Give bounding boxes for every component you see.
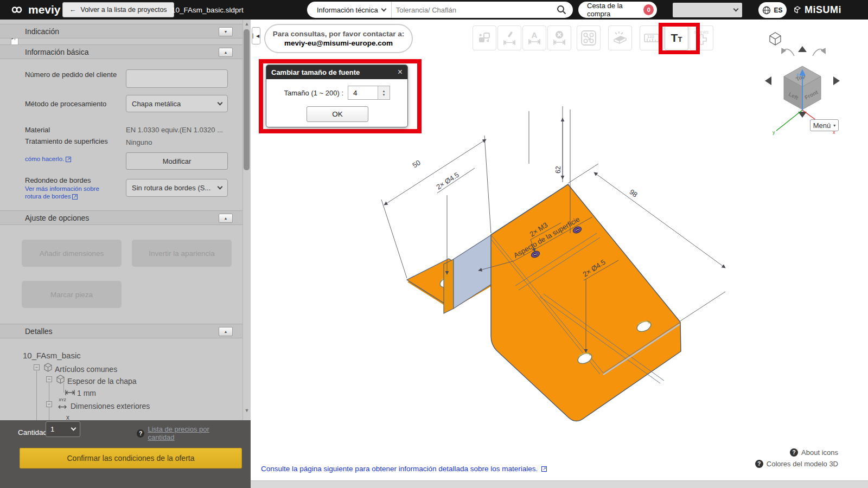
about-icons-link[interactable]: ? About icons <box>790 448 838 457</box>
back-arrow-icon: ← <box>69 6 76 14</box>
edge-info-link[interactable]: Ver más información sobre <box>25 185 99 192</box>
price-list-link[interactable]: ? Lista de precios por cantidad <box>137 425 234 441</box>
section-indicacion[interactable]: Indicación ▾ <box>0 24 242 38</box>
invert-appearance-button[interactable]: Invertir la apariencia <box>132 240 232 267</box>
model-colors-link[interactable]: ? Colores del modelo 3D <box>755 460 838 468</box>
chevron-down-icon <box>71 426 76 431</box>
size-input[interactable] <box>348 88 378 98</box>
search-input[interactable] <box>392 6 557 14</box>
tree-item-articulos[interactable]: Artículos comunes <box>55 365 117 374</box>
scroll-down-arrow[interactable]: ▼ <box>244 408 250 413</box>
section-opciones-label: Ajuste de opciones <box>25 214 89 222</box>
modal-header[interactable]: Cambiar tamaño de fuente × <box>266 65 407 79</box>
cart-button[interactable]: Cesta de la compra 0 <box>578 2 657 18</box>
external-link-icon: ↗ <box>72 194 78 200</box>
tree-item-1mm[interactable]: 1 mm <box>77 389 96 397</box>
modify-button[interactable]: Modificar <box>126 152 228 170</box>
misumi-mark-icon <box>793 5 802 15</box>
price-list-label: Lista de precios por cantidad <box>148 425 234 441</box>
tree-connector <box>63 383 64 393</box>
scroll-up-arrow[interactable]: ▲ <box>244 21 250 27</box>
spinner-arrows[interactable]: ▲ ▼ <box>378 86 390 99</box>
bracket-inner-face <box>454 235 492 309</box>
tree-root[interactable]: 10_FAsm_basic <box>23 351 81 360</box>
materials-info-link[interactable]: Consulte la página siguiente para obtene… <box>261 465 547 473</box>
section-info-label: Información básica <box>25 48 89 56</box>
size-label: Tamaño (1 ~ 200) : <box>266 89 343 97</box>
tree-collapse-box[interactable]: − <box>34 364 40 370</box>
edge-rounding-select[interactable]: Sin rotura de bordes (S... <box>126 179 228 197</box>
isometric-view-icon[interactable] <box>770 33 781 45</box>
mark-part-button[interactable]: Marcar pieza <box>22 281 122 308</box>
misumi-logo[interactable]: MiSUMi <box>793 0 841 20</box>
quantity-label: Cantidad <box>18 428 47 436</box>
method-value: Chapa metálica <box>132 100 181 108</box>
topbar-empty-select[interactable] <box>673 3 742 17</box>
view-up-arrow[interactable] <box>798 46 807 52</box>
question-icon: ? <box>755 460 763 468</box>
quantity-value: 1 <box>50 425 54 433</box>
edge-info-link2-text: rotura de bordes <box>25 193 71 200</box>
cart-label: Cesta de la compra <box>587 2 643 18</box>
rotate-right-arrow[interactable] <box>813 49 825 56</box>
order-number-label: Número de pedido del cliente <box>25 70 120 79</box>
font-size-modal: Cambiar tamaño de fuente × Tamaño (1 ~ 2… <box>266 65 408 127</box>
invert-appearance-label: Invertir la apariencia <box>149 249 215 258</box>
modal-size-row: Tamaño (1 ~ 200) : ▲ ▼ <box>266 86 407 100</box>
search-category-select[interactable]: Información técnica <box>317 2 392 18</box>
spin-up-icon[interactable]: ▲ <box>382 89 386 93</box>
sidebar-scrollbar-thumb[interactable] <box>244 29 250 170</box>
edge-info-link2[interactable]: rotura de bordes↗ <box>25 193 78 200</box>
modify-button-label: Modificar <box>163 157 192 165</box>
method-select[interactable]: Chapa metálica <box>126 95 228 112</box>
dimension-icon <box>65 389 75 396</box>
back-to-projects-button[interactable]: ← Volver a la lista de proyectos <box>62 2 174 17</box>
order-number-input[interactable] <box>126 69 228 88</box>
size-spinner: ▲ ▼ <box>348 86 390 100</box>
section-detalles[interactable]: Detalles ▴ <box>0 324 242 338</box>
section-informacion-basica[interactable]: Información básica ▴ <box>0 44 242 59</box>
bracket-left-leg[interactable] <box>444 235 492 313</box>
collapse-section-button[interactable]: ▴ <box>219 214 233 223</box>
tree-connector <box>36 371 37 423</box>
expand-section-button[interactable]: ▾ <box>219 27 233 36</box>
section-ajuste-opciones[interactable]: Ajuste de opciones ▴ <box>0 210 242 225</box>
language-button[interactable]: ES <box>758 2 787 18</box>
collapse-section-button[interactable]: ▴ <box>219 327 233 336</box>
add-dimensions-button[interactable]: Añadir dimensiones <box>22 240 122 267</box>
quantity-select[interactable]: 1 <box>46 421 80 437</box>
menu-button[interactable]: Menú ▾ <box>810 119 839 131</box>
view-right-arrow[interactable] <box>833 76 840 85</box>
meviy-logo[interactable]: meviy <box>8 0 61 20</box>
tree-item-dimensiones[interactable]: Dimensiones exteriores <box>71 402 150 410</box>
tree-collapse-box[interactable]: − <box>46 376 52 382</box>
section-detalles-label: Detalles <box>25 327 53 336</box>
dim-50: 50 <box>411 158 422 169</box>
material-label: Material <box>25 126 50 134</box>
sidebar: ▶▏ Indicación ▾ Información básica ▴ Núm… <box>0 20 251 488</box>
language-code: ES <box>774 7 782 14</box>
collapse-section-button[interactable]: ▴ <box>219 48 233 57</box>
search-icon[interactable] <box>557 5 566 15</box>
spin-down-icon[interactable]: ▼ <box>382 93 386 97</box>
y-axis-label: y <box>773 130 775 135</box>
tree-item-espesor[interactable]: Espesor de la chapa <box>67 377 137 386</box>
surface-help-link2[interactable]: cómo hacerlo.↗ <box>25 156 71 162</box>
about-icons-label: About icons <box>801 448 838 457</box>
view-left-arrow[interactable] <box>765 76 771 85</box>
filename: 10_FAsm_basic.sldprt <box>171 0 244 20</box>
external-link-icon: ↗ <box>66 157 71 162</box>
ok-button[interactable]: OK <box>307 106 368 122</box>
globe-icon <box>762 6 771 15</box>
edge-rounding-label: Redondeo de bordes <box>25 176 91 185</box>
mark-part-label: Marcar pieza <box>50 291 93 299</box>
bottom-strip <box>251 480 868 488</box>
cart-badge: 0 <box>643 4 654 15</box>
tree-collapse-box[interactable]: − <box>46 401 52 407</box>
material-value: EN 1.0330 equiv.(EN 1.0320 ... <box>126 126 234 134</box>
question-icon: ? <box>137 429 144 438</box>
rotate-left-arrow[interactable] <box>782 49 794 56</box>
close-icon[interactable]: × <box>398 68 403 76</box>
confirm-offer-button[interactable]: Confirmar las condiciones de la oferta <box>20 448 242 468</box>
dim-holes-left: 2× Ø4.5 <box>435 171 460 191</box>
